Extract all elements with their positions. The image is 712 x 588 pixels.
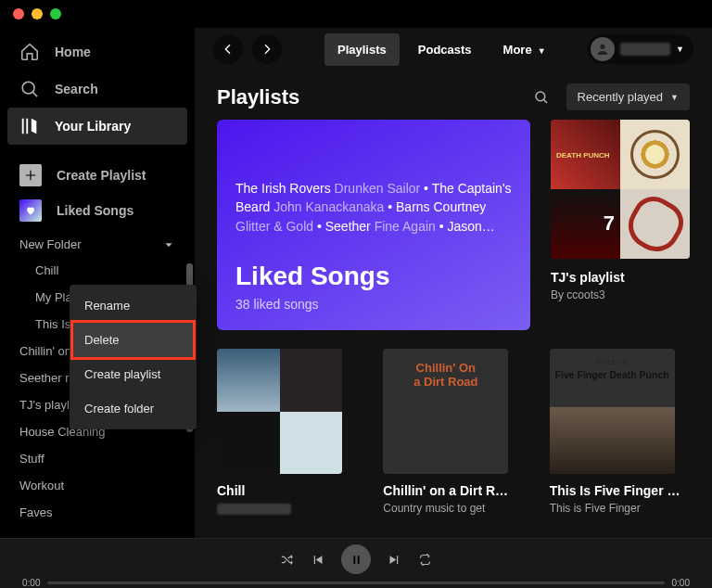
avatar-icon	[591, 37, 615, 61]
folder-label: New Folder	[19, 237, 81, 251]
progress-bar[interactable]	[47, 582, 664, 584]
create-playlist-label: Create Playlist	[57, 168, 146, 183]
svg-point-2	[536, 92, 545, 101]
track-artist: Barns Courtney	[396, 199, 486, 214]
nav-search-label: Search	[55, 82, 98, 96]
playlist-art: Chillin' Ona Dirt Road	[383, 349, 508, 474]
sidebar-playlist-chill[interactable]: Chill	[7, 257, 187, 284]
nav-library-label: Your Library	[55, 119, 131, 134]
nav-home[interactable]: Home	[7, 33, 187, 70]
playlist-art	[551, 120, 690, 259]
minimize-window-icon[interactable]	[32, 8, 43, 19]
sidebar-playlist-stuff[interactable]: Stuff	[7, 445, 187, 472]
window-titlebar	[0, 0, 712, 28]
topbar: Playlists Podcasts More▼ ▼	[195, 28, 712, 70]
playlist-art: THIS IS Five Finger Death Punch	[550, 349, 675, 474]
playlist-card-dirtroad[interactable]: Chillin' Ona Dirt Road Chillin' on a Dir…	[383, 349, 523, 517]
track-artist: Seether	[325, 219, 375, 234]
ctx-rename[interactable]: Rename	[73, 288, 193, 323]
hero-subtitle: 38 liked songs	[235, 297, 512, 312]
maximize-window-icon[interactable]	[50, 8, 61, 19]
svg-point-1	[600, 45, 604, 49]
library-icon	[19, 116, 40, 136]
art-text: a Dirt Road	[413, 375, 477, 389]
plus-icon	[19, 164, 42, 186]
triangle-down-icon: ▼	[676, 45, 684, 54]
svg-point-0	[22, 82, 34, 94]
art-text: Five Finger Death Punch	[550, 369, 675, 380]
art-text: THIS IS	[550, 358, 675, 366]
folder-row-newfolder[interactable]: New Folder	[7, 228, 187, 257]
playlist-card-ffdp[interactable]: THIS IS Five Finger Death Punch This Is …	[550, 349, 690, 517]
playlist-card-chill[interactable]: Chill	[217, 349, 357, 517]
search-in-library-button[interactable]	[533, 89, 550, 106]
play-pause-button[interactable]	[341, 544, 371, 574]
playlist-subtitle: Country music to get	[383, 502, 523, 517]
user-menu-button[interactable]: ▼	[588, 34, 693, 64]
sidebar: Home Search Your Library Create Playlist	[0, 28, 195, 538]
previous-track-button[interactable]	[311, 553, 324, 567]
tab-more[interactable]: More▼	[490, 33, 559, 66]
playlist-subtitle: By ccoots3	[551, 288, 690, 301]
progress-row: 0:00 0:00	[0, 574, 712, 588]
playlist-subtitle-redacted	[217, 504, 291, 515]
playlist-title: Chillin' on a Dirt R…	[383, 483, 523, 498]
art-text: Chillin' On	[416, 361, 476, 375]
track-artist: The Irish Rovers	[235, 181, 335, 196]
playlist-art	[217, 349, 342, 474]
triangle-down-icon: ▼	[670, 93, 679, 102]
ctx-delete[interactable]: Delete	[73, 323, 193, 357]
hero-title: Liked Songs	[235, 262, 512, 291]
nav-library[interactable]: Your Library	[7, 108, 187, 145]
sort-label: Recently played	[578, 90, 664, 104]
liked-songs-hero[interactable]: The Irish Rovers Drunken Sailor • The Ca…	[217, 120, 530, 330]
ctx-create-playlist[interactable]: Create playlist	[73, 357, 193, 391]
time-elapsed: 0:00	[22, 578, 40, 588]
track-artist: Jason…	[448, 219, 495, 234]
playlist-title: Chill	[217, 483, 357, 498]
sort-button[interactable]: Recently played ▼	[566, 83, 690, 110]
chevron-down-icon	[162, 238, 175, 251]
hero-tracks-preview: The Irish Rovers Drunken Sailor • The Ca…	[235, 179, 512, 236]
track-title: John Kanackanaka	[273, 199, 384, 214]
ctx-create-folder[interactable]: Create folder	[73, 391, 193, 426]
library-tabs: Playlists Podcasts More▼	[324, 33, 559, 66]
playlist-title: This Is Five Finger …	[550, 483, 690, 498]
page-heading-row: Playlists Recently played ▼	[195, 70, 712, 120]
shuffle-button[interactable]	[280, 553, 294, 567]
track-title: Drunken Sailor	[335, 181, 421, 196]
heart-icon	[19, 199, 42, 222]
tab-podcasts[interactable]: Podcasts	[405, 33, 485, 66]
main-content: Playlists Podcasts More▼ ▼ Playlists Rec…	[195, 28, 712, 538]
username-redacted	[620, 43, 670, 56]
create-playlist-button[interactable]: Create Playlist	[7, 158, 187, 193]
tab-playlists[interactable]: Playlists	[324, 33, 400, 66]
playlist-subtitle: This is Five Finger	[550, 502, 690, 517]
playback-controls	[0, 539, 712, 574]
liked-songs-link[interactable]: Liked Songs	[7, 193, 187, 228]
next-track-button[interactable]	[388, 553, 401, 567]
search-icon	[19, 79, 40, 99]
sidebar-playlist-faves[interactable]: Faves	[7, 499, 187, 526]
track-title: Glitter & Gold	[235, 219, 313, 234]
nav-search[interactable]: Search	[7, 70, 187, 108]
context-menu: Rename Delete Create playlist Create fol…	[70, 285, 197, 429]
repeat-button[interactable]	[418, 553, 432, 567]
close-window-icon[interactable]	[13, 8, 24, 19]
home-icon	[19, 42, 40, 62]
liked-songs-label: Liked Songs	[57, 203, 134, 218]
nav-home-label: Home	[55, 45, 91, 59]
sidebar-playlist-workout[interactable]: Workout	[7, 472, 187, 499]
traffic-lights	[13, 8, 61, 19]
history-back-button[interactable]	[213, 34, 243, 64]
time-total: 0:00	[672, 578, 690, 588]
now-playing-bar: 0:00 0:00	[0, 538, 712, 588]
page-title: Playlists	[217, 85, 299, 109]
playlist-title: TJ's playlist	[551, 270, 690, 285]
triangle-down-icon: ▼	[538, 46, 546, 56]
playlist-card-tj[interactable]: TJ's playlist By ccoots3	[551, 120, 690, 330]
history-forward-button[interactable]	[252, 34, 282, 64]
track-title: Fine Again	[375, 219, 436, 234]
tab-more-label: More	[503, 43, 532, 57]
